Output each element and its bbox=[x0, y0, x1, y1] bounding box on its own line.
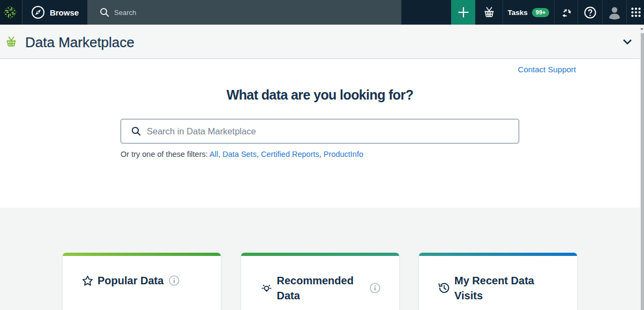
browse-tab[interactable]: Browse bbox=[23, 0, 87, 25]
filters-row: Or try one of these filters: All, Data S… bbox=[121, 150, 519, 158]
marketplace-search-box[interactable] bbox=[121, 119, 519, 143]
global-search-input[interactable]: Search bbox=[87, 0, 401, 25]
info-icon[interactable] bbox=[169, 275, 179, 286]
marketplace-search-input[interactable] bbox=[147, 126, 519, 137]
recommended-data-card[interactable]: Recommended Data bbox=[241, 253, 399, 310]
data-basket-button[interactable] bbox=[475, 0, 503, 25]
filter-link-all[interactable]: All bbox=[209, 150, 218, 158]
plus-icon bbox=[458, 6, 469, 18]
card-title: My Recent Data Visits bbox=[454, 273, 543, 303]
popular-data-card[interactable]: Popular Data bbox=[63, 253, 221, 310]
marketplace-basket-icon bbox=[5, 35, 18, 48]
filter-link-productinfo[interactable]: ProductInfo bbox=[324, 150, 363, 158]
tasks-count-badge: 99+ bbox=[532, 8, 550, 17]
page-title: Data Marketplace bbox=[25, 34, 134, 51]
filter-separator: , bbox=[218, 150, 222, 158]
top-navbar: Browse Search Tasks 99+ bbox=[0, 0, 644, 25]
search-icon bbox=[100, 7, 109, 17]
compass-icon bbox=[31, 5, 45, 19]
workflows-button[interactable] bbox=[554, 0, 578, 25]
card-accent-bar bbox=[419, 253, 577, 256]
cards-section: Popular Data bbox=[0, 208, 640, 310]
cycle-arrows-icon bbox=[559, 6, 573, 19]
scrollbar-thumb[interactable] bbox=[641, 33, 644, 310]
user-avatar[interactable] bbox=[602, 0, 626, 25]
support-row: Contact Support bbox=[0, 65, 640, 74]
card-accent-bar bbox=[63, 253, 221, 256]
card-title: Popular Data bbox=[98, 273, 163, 288]
tasks-label: Tasks bbox=[508, 9, 528, 17]
app-header-bar: Data Marketplace bbox=[0, 25, 640, 59]
my-recent-data-visits-card[interactable]: My Recent Data Visits bbox=[419, 253, 577, 310]
info-icon[interactable] bbox=[370, 283, 380, 293]
hero-heading: What data are you looking for? bbox=[0, 86, 640, 104]
filter-separator: , bbox=[319, 150, 324, 158]
apps-grid-icon bbox=[631, 7, 641, 18]
cards-row: Popular Data bbox=[63, 253, 577, 310]
help-icon bbox=[584, 6, 596, 19]
collibra-logo-icon bbox=[3, 5, 17, 19]
navbar-spacer bbox=[401, 0, 451, 25]
chevron-down-icon[interactable] bbox=[623, 38, 632, 46]
basket-icon bbox=[483, 6, 496, 19]
filter-separator: , bbox=[257, 150, 261, 158]
card-accent-bar bbox=[241, 253, 399, 256]
scrollbar-arrow bbox=[641, 28, 643, 29]
contact-support-link[interactable]: Contact Support bbox=[518, 65, 576, 74]
star-icon bbox=[82, 275, 93, 286]
search-icon bbox=[131, 126, 141, 136]
filter-link-data-sets[interactable]: Data Sets bbox=[222, 150, 257, 158]
browse-label: Browse bbox=[50, 8, 79, 17]
vertical-scrollbar[interactable] bbox=[640, 25, 644, 310]
card-title: Recommended Data bbox=[277, 273, 364, 303]
avatar-icon bbox=[607, 5, 622, 20]
global-search-placeholder: Search bbox=[114, 9, 136, 17]
filters-prefix: Or try one of these filters: bbox=[121, 150, 208, 158]
collibra-logo[interactable] bbox=[0, 0, 23, 25]
lightbulb-icon bbox=[260, 282, 273, 294]
page-area: Data Marketplace Contact Support What da… bbox=[0, 25, 644, 310]
apps-menu-button[interactable] bbox=[626, 0, 644, 25]
create-button[interactable] bbox=[451, 0, 475, 25]
help-button[interactable] bbox=[578, 0, 602, 25]
filter-link-certified-reports[interactable]: Certified Reports bbox=[261, 150, 319, 158]
tasks-button[interactable]: Tasks 99+ bbox=[503, 0, 554, 25]
history-icon bbox=[438, 282, 450, 294]
